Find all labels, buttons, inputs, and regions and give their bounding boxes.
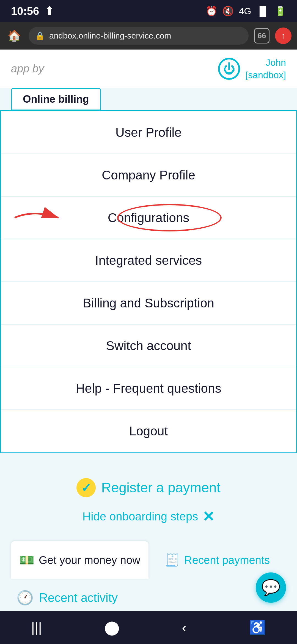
- location-icon: ⬆: [45, 5, 54, 17]
- home-icon: 🏠: [7, 29, 21, 42]
- user-name-display: John [sandbox]: [246, 56, 286, 81]
- user-area[interactable]: ⏻ John [sandbox]: [218, 56, 286, 81]
- tab-get-money[interactable]: 💵 Get your money now: [11, 541, 148, 579]
- hide-onboarding-close-icon[interactable]: ✕: [202, 508, 215, 525]
- tab-recent-payments-label: Recent payments: [184, 554, 270, 566]
- app-header: app by ⏻ John [sandbox]: [0, 50, 297, 88]
- register-payment-row[interactable]: ✓ Register a payment: [11, 464, 286, 503]
- url-bar[interactable]: 🔒 andbox.online-billing-service.com: [29, 27, 249, 45]
- arrow-annotation: [12, 207, 67, 229]
- home-button[interactable]: 🏠: [6, 27, 23, 45]
- menu-item-logout[interactable]: Logout: [1, 410, 296, 452]
- configurations-label: Configurations: [108, 211, 189, 225]
- menu-item-company-profile[interactable]: Company Profile: [1, 154, 296, 197]
- lock-icon: 🔒: [35, 31, 45, 40]
- status-bar: 10:56 ⬆ ⏰ 🔇 4G ▐▌ 🔋: [0, 0, 297, 22]
- hide-onboarding-row[interactable]: Hide onboarding steps ✕: [11, 503, 286, 541]
- battery-icon: 🔋: [274, 6, 286, 17]
- android-nav-bar: ||| ⬤ ‹ ♿: [0, 611, 297, 644]
- menu-item-user-profile[interactable]: User Profile: [1, 111, 296, 154]
- hide-onboarding-text: Hide onboarding steps: [82, 510, 198, 523]
- network-icon: 4G: [239, 6, 251, 17]
- dropdown-menu: User Profile Company Profile Configurati…: [0, 111, 297, 453]
- billing-label: Online billing: [11, 88, 101, 110]
- browser-bar: 🏠 🔒 andbox.online-billing-service.com 66…: [0, 22, 297, 50]
- menu-item-integrated-services[interactable]: Integrated services: [1, 239, 296, 282]
- signal-icon: ▐▌: [256, 6, 270, 17]
- upload-button[interactable]: ↑: [275, 28, 292, 44]
- nav-back[interactable]: ‹: [182, 620, 186, 635]
- power-button[interactable]: ⏻: [218, 58, 240, 80]
- menu-item-help[interactable]: Help - Frequent questions: [1, 367, 296, 410]
- url-text: andbox.online-billing-service.com: [49, 31, 171, 40]
- tab-get-money-label: Get your money now: [39, 554, 140, 566]
- mute-icon: 🔇: [222, 6, 234, 17]
- menu-item-switch-account[interactable]: Switch account: [1, 324, 296, 367]
- chat-float-button[interactable]: 💬: [256, 572, 286, 603]
- alarm-icon: ⏰: [206, 6, 217, 17]
- recent-activity-label: Recent activity: [39, 591, 118, 605]
- upload-icon: ↑: [281, 31, 285, 41]
- money-icon: 💵: [19, 553, 34, 567]
- menu-item-billing-subscription[interactable]: Billing and Subscription: [1, 282, 296, 324]
- nav-accessibility[interactable]: ♿: [249, 620, 266, 635]
- nav-home[interactable]: ⬤: [104, 620, 120, 635]
- power-icon: ⏻: [223, 62, 235, 76]
- payments-icon: 🧾: [165, 553, 180, 567]
- menu-item-configurations[interactable]: Configurations: [1, 197, 296, 239]
- tabs-row: 💵 Get your money now 🧾 Recent payments: [11, 541, 286, 579]
- tab-count[interactable]: 66: [254, 28, 270, 43]
- clock-icon: 🕐: [16, 590, 34, 606]
- nav-recent-apps[interactable]: |||: [31, 620, 42, 635]
- check-icon: ✓: [76, 478, 96, 497]
- chat-icon: 💬: [261, 578, 280, 597]
- app-logo: app by: [11, 62, 44, 75]
- register-payment-text: Register a payment: [101, 480, 221, 496]
- time: 10:56: [11, 5, 39, 17]
